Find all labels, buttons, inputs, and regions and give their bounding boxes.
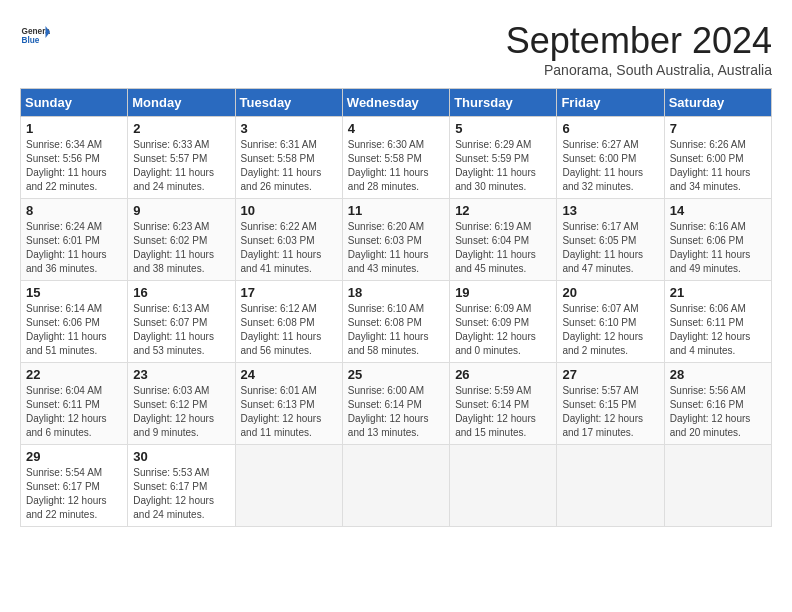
day-info: Sunrise: 5:59 AMSunset: 6:14 PMDaylight:… <box>455 384 551 440</box>
day-info: Sunrise: 6:20 AMSunset: 6:03 PMDaylight:… <box>348 220 444 276</box>
calendar-table: Sunday Monday Tuesday Wednesday Thursday… <box>20 88 772 527</box>
day-number: 15 <box>26 285 122 300</box>
day-number: 20 <box>562 285 658 300</box>
calendar-cell: 14Sunrise: 6:16 AMSunset: 6:06 PMDayligh… <box>664 199 771 281</box>
day-info: Sunrise: 6:27 AMSunset: 6:00 PMDaylight:… <box>562 138 658 194</box>
col-monday: Monday <box>128 89 235 117</box>
calendar-cell: 23Sunrise: 6:03 AMSunset: 6:12 PMDayligh… <box>128 363 235 445</box>
day-number: 13 <box>562 203 658 218</box>
calendar-cell: 13Sunrise: 6:17 AMSunset: 6:05 PMDayligh… <box>557 199 664 281</box>
day-info: Sunrise: 6:19 AMSunset: 6:04 PMDaylight:… <box>455 220 551 276</box>
day-info: Sunrise: 6:09 AMSunset: 6:09 PMDaylight:… <box>455 302 551 358</box>
day-info: Sunrise: 6:00 AMSunset: 6:14 PMDaylight:… <box>348 384 444 440</box>
day-info: Sunrise: 6:26 AMSunset: 6:00 PMDaylight:… <box>670 138 766 194</box>
day-number: 2 <box>133 121 229 136</box>
col-tuesday: Tuesday <box>235 89 342 117</box>
day-info: Sunrise: 6:33 AMSunset: 5:57 PMDaylight:… <box>133 138 229 194</box>
day-info: Sunrise: 5:54 AMSunset: 6:17 PMDaylight:… <box>26 466 122 522</box>
day-info: Sunrise: 6:16 AMSunset: 6:06 PMDaylight:… <box>670 220 766 276</box>
calendar-cell <box>450 445 557 527</box>
calendar-cell: 18Sunrise: 6:10 AMSunset: 6:08 PMDayligh… <box>342 281 449 363</box>
location: Panorama, South Australia, Australia <box>506 62 772 78</box>
day-number: 22 <box>26 367 122 382</box>
day-number: 21 <box>670 285 766 300</box>
calendar-cell: 10Sunrise: 6:22 AMSunset: 6:03 PMDayligh… <box>235 199 342 281</box>
day-info: Sunrise: 6:23 AMSunset: 6:02 PMDaylight:… <box>133 220 229 276</box>
month-title: September 2024 <box>506 20 772 62</box>
day-number: 11 <box>348 203 444 218</box>
col-wednesday: Wednesday <box>342 89 449 117</box>
calendar-cell: 3Sunrise: 6:31 AMSunset: 5:58 PMDaylight… <box>235 117 342 199</box>
day-number: 23 <box>133 367 229 382</box>
day-info: Sunrise: 5:53 AMSunset: 6:17 PMDaylight:… <box>133 466 229 522</box>
day-info: Sunrise: 6:22 AMSunset: 6:03 PMDaylight:… <box>241 220 337 276</box>
calendar-cell: 5Sunrise: 6:29 AMSunset: 5:59 PMDaylight… <box>450 117 557 199</box>
calendar-cell: 9Sunrise: 6:23 AMSunset: 6:02 PMDaylight… <box>128 199 235 281</box>
col-friday: Friday <box>557 89 664 117</box>
calendar-cell: 25Sunrise: 6:00 AMSunset: 6:14 PMDayligh… <box>342 363 449 445</box>
calendar-cell <box>342 445 449 527</box>
calendar-cell: 19Sunrise: 6:09 AMSunset: 6:09 PMDayligh… <box>450 281 557 363</box>
day-info: Sunrise: 6:14 AMSunset: 6:06 PMDaylight:… <box>26 302 122 358</box>
day-info: Sunrise: 6:30 AMSunset: 5:58 PMDaylight:… <box>348 138 444 194</box>
calendar-cell: 28Sunrise: 5:56 AMSunset: 6:16 PMDayligh… <box>664 363 771 445</box>
calendar-week-4: 22Sunrise: 6:04 AMSunset: 6:11 PMDayligh… <box>21 363 772 445</box>
calendar-cell: 17Sunrise: 6:12 AMSunset: 6:08 PMDayligh… <box>235 281 342 363</box>
day-number: 3 <box>241 121 337 136</box>
calendar-cell: 6Sunrise: 6:27 AMSunset: 6:00 PMDaylight… <box>557 117 664 199</box>
calendar-cell: 21Sunrise: 6:06 AMSunset: 6:11 PMDayligh… <box>664 281 771 363</box>
calendar-cell: 11Sunrise: 6:20 AMSunset: 6:03 PMDayligh… <box>342 199 449 281</box>
day-info: Sunrise: 6:10 AMSunset: 6:08 PMDaylight:… <box>348 302 444 358</box>
day-info: Sunrise: 6:24 AMSunset: 6:01 PMDaylight:… <box>26 220 122 276</box>
day-info: Sunrise: 6:29 AMSunset: 5:59 PMDaylight:… <box>455 138 551 194</box>
calendar-header-row: Sunday Monday Tuesday Wednesday Thursday… <box>21 89 772 117</box>
calendar-cell: 16Sunrise: 6:13 AMSunset: 6:07 PMDayligh… <box>128 281 235 363</box>
calendar-cell: 15Sunrise: 6:14 AMSunset: 6:06 PMDayligh… <box>21 281 128 363</box>
calendar-cell: 20Sunrise: 6:07 AMSunset: 6:10 PMDayligh… <box>557 281 664 363</box>
day-info: Sunrise: 6:01 AMSunset: 6:13 PMDaylight:… <box>241 384 337 440</box>
day-number: 30 <box>133 449 229 464</box>
col-sunday: Sunday <box>21 89 128 117</box>
svg-text:Blue: Blue <box>22 36 40 45</box>
calendar-week-5: 29Sunrise: 5:54 AMSunset: 6:17 PMDayligh… <box>21 445 772 527</box>
day-number: 1 <box>26 121 122 136</box>
day-number: 19 <box>455 285 551 300</box>
calendar-cell: 27Sunrise: 5:57 AMSunset: 6:15 PMDayligh… <box>557 363 664 445</box>
day-info: Sunrise: 6:04 AMSunset: 6:11 PMDaylight:… <box>26 384 122 440</box>
logo: General Blue <box>20 20 50 50</box>
day-info: Sunrise: 5:57 AMSunset: 6:15 PMDaylight:… <box>562 384 658 440</box>
day-number: 9 <box>133 203 229 218</box>
title-area: September 2024 Panorama, South Australia… <box>506 20 772 78</box>
col-thursday: Thursday <box>450 89 557 117</box>
calendar-cell: 24Sunrise: 6:01 AMSunset: 6:13 PMDayligh… <box>235 363 342 445</box>
calendar-cell: 26Sunrise: 5:59 AMSunset: 6:14 PMDayligh… <box>450 363 557 445</box>
day-info: Sunrise: 6:34 AMSunset: 5:56 PMDaylight:… <box>26 138 122 194</box>
calendar-cell: 8Sunrise: 6:24 AMSunset: 6:01 PMDaylight… <box>21 199 128 281</box>
day-number: 4 <box>348 121 444 136</box>
col-saturday: Saturday <box>664 89 771 117</box>
logo-icon: General Blue <box>20 20 50 50</box>
calendar-cell: 2Sunrise: 6:33 AMSunset: 5:57 PMDaylight… <box>128 117 235 199</box>
day-number: 8 <box>26 203 122 218</box>
day-info: Sunrise: 6:03 AMSunset: 6:12 PMDaylight:… <box>133 384 229 440</box>
day-number: 14 <box>670 203 766 218</box>
calendar-week-3: 15Sunrise: 6:14 AMSunset: 6:06 PMDayligh… <box>21 281 772 363</box>
calendar-cell <box>557 445 664 527</box>
calendar-cell: 1Sunrise: 6:34 AMSunset: 5:56 PMDaylight… <box>21 117 128 199</box>
calendar-cell: 12Sunrise: 6:19 AMSunset: 6:04 PMDayligh… <box>450 199 557 281</box>
calendar-week-2: 8Sunrise: 6:24 AMSunset: 6:01 PMDaylight… <box>21 199 772 281</box>
day-number: 10 <box>241 203 337 218</box>
day-info: Sunrise: 6:12 AMSunset: 6:08 PMDaylight:… <box>241 302 337 358</box>
day-number: 29 <box>26 449 122 464</box>
day-number: 16 <box>133 285 229 300</box>
day-number: 24 <box>241 367 337 382</box>
day-number: 26 <box>455 367 551 382</box>
day-number: 28 <box>670 367 766 382</box>
day-number: 12 <box>455 203 551 218</box>
calendar-cell: 29Sunrise: 5:54 AMSunset: 6:17 PMDayligh… <box>21 445 128 527</box>
day-info: Sunrise: 6:07 AMSunset: 6:10 PMDaylight:… <box>562 302 658 358</box>
header: General Blue September 2024 Panorama, So… <box>20 20 772 78</box>
day-number: 17 <box>241 285 337 300</box>
calendar-cell: 4Sunrise: 6:30 AMSunset: 5:58 PMDaylight… <box>342 117 449 199</box>
day-info: Sunrise: 6:31 AMSunset: 5:58 PMDaylight:… <box>241 138 337 194</box>
